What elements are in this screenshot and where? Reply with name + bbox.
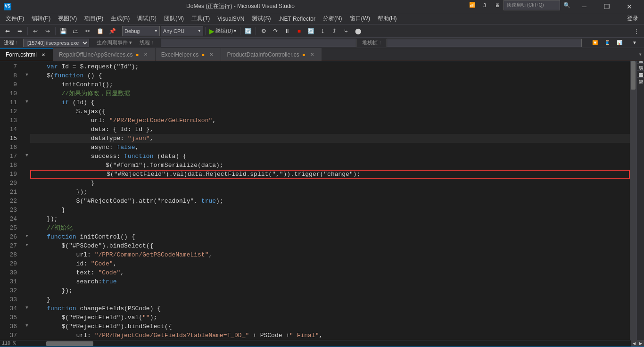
code-line-33[interactable]: } [30, 295, 630, 304]
scrollbar[interactable] [630, 61, 636, 340]
tab-close-form[interactable]: ✕ [40, 51, 47, 58]
code-content[interactable]: var Id = $.request("Id"); $(function () … [30, 61, 630, 340]
menu-team[interactable]: 团队(M) [160, 13, 188, 25]
menu-debug[interactable]: 调试(D) [133, 13, 160, 25]
quick-launch[interactable]: 快速启动 (Ctrl+Q) [504, 0, 560, 10]
code-line-25[interactable]: //初始化 [30, 223, 630, 232]
step-over-btn[interactable]: ↷ [270, 26, 281, 36]
code-line-24[interactable]: }); [30, 215, 630, 223]
step-into-btn[interactable]: ⤵ [317, 26, 328, 36]
code-line-37[interactable]: url: "/PR/RejectCode/GetFields?tableName… [30, 331, 630, 340]
code-line-30[interactable]: text: "Code", [30, 268, 630, 277]
code-line-36[interactable]: $("#RejectField").bindSelect({ [30, 322, 630, 331]
notification-badge[interactable]: 3 [479, 0, 490, 10]
menu-project[interactable]: 项目(P) [81, 13, 107, 25]
undo-btn[interactable]: ↩ [30, 26, 41, 36]
more-btn[interactable]: ⋮ [631, 26, 642, 36]
step-out-btn[interactable]: ⤴ [329, 26, 340, 36]
fold-btn-26[interactable]: ▼ [24, 231, 30, 240]
back-btn[interactable]: ⬅ [2, 26, 13, 36]
tabs-scroll[interactable]: ▾ [636, 48, 644, 61]
copy-btn[interactable]: 📋 [94, 26, 106, 36]
scroll-right-btn[interactable]: ▶ [637, 340, 644, 347]
menu-test[interactable]: 测试(S) [248, 13, 274, 25]
code-line-17[interactable]: success: function (data) { [30, 152, 630, 161]
minimize-button[interactable]: ─ [573, 0, 595, 13]
refresh-btn[interactable]: 🔄 [242, 26, 254, 36]
expand-btn[interactable]: ▼ [629, 38, 640, 48]
menu-window[interactable]: 窗口(W) [346, 13, 374, 25]
fold-btn-27[interactable]: ▼ [24, 240, 30, 249]
menu-help[interactable]: 帮助(H) [374, 13, 401, 25]
code-line-9[interactable]: initControl(); [30, 80, 630, 89]
login-link[interactable]: 登录 [623, 14, 642, 24]
restore-button[interactable]: ❐ [596, 0, 618, 13]
code-line-31[interactable]: search:true [30, 277, 630, 286]
code-line-28[interactable]: url: "/PPR/Common/GetPSCodeNameList", [30, 250, 630, 259]
code-line-16[interactable]: async: false, [30, 143, 630, 152]
code-line-21[interactable]: }); [30, 188, 630, 197]
menu-analyze[interactable]: 分析(N) [319, 13, 346, 25]
notification-icon[interactable]: 📶 [467, 0, 478, 10]
menu-view[interactable]: 视图(V) [54, 13, 81, 25]
menu-edit[interactable]: 编辑(E) [28, 13, 54, 25]
side-label-debug[interactable]: 调试 [637, 84, 644, 90]
monitor-icon[interactable]: 🖥 [491, 0, 503, 10]
code-line-8[interactable]: $(function () { [30, 71, 630, 80]
code-line-22[interactable]: $("#RejectCode").attr("readonly", true); [30, 197, 630, 206]
platform-dropdown[interactable]: Any CPU ▾ [161, 26, 203, 36]
code-line-27[interactable]: $("#PSCode").bindSelect({ [30, 241, 630, 250]
tab-form-cshtml[interactable]: Form.cshtml ✕ [0, 48, 53, 61]
code-line-10[interactable]: //如果为修改，回显数据 [30, 89, 630, 98]
save-btn[interactable]: 💾 [58, 26, 69, 36]
continue-btn[interactable]: ▶ 继续(D) ▾ [207, 27, 238, 35]
stop-btn[interactable]: ■ [293, 26, 305, 36]
fold-btn-8[interactable]: ▼ [24, 70, 30, 79]
code-line-34[interactable]: function changeFields(PSCode) { [30, 304, 630, 313]
forward-btn[interactable]: ➡ [14, 26, 25, 36]
code-line-20[interactable]: } [30, 179, 630, 188]
code-line-26[interactable]: function initControl() { [30, 232, 630, 241]
code-line-7[interactable]: var Id = $.request("Id"); [30, 62, 630, 71]
save-all-btn[interactable]: 🗃 [70, 26, 81, 36]
breakpoint-btn[interactable]: ⬤ [352, 26, 363, 36]
stack-icon[interactable]: 📊 [614, 38, 625, 48]
side-label-output[interactable]: 输出 [637, 70, 644, 76]
code-line-11[interactable]: if (Id) { [30, 98, 630, 107]
h-scroll-thumb[interactable] [46, 341, 93, 346]
code-line-15[interactable]: dataType: "json", [30, 134, 630, 143]
process-select[interactable]: [15740] iisexpress.exe [23, 39, 89, 47]
code-line-12[interactable]: $.ajax({ [30, 107, 630, 116]
pause-btn[interactable]: ⏸ [281, 26, 293, 36]
debug-settings-btn[interactable]: ⚙ [258, 26, 269, 36]
tab-close-excel[interactable]: ✕ [207, 51, 215, 58]
cut-btn[interactable]: ✂ [82, 26, 93, 36]
code-line-29[interactable]: id: "Code", [30, 259, 630, 268]
code-line-32[interactable]: }); [30, 286, 630, 295]
restart-btn[interactable]: 🔄 [305, 26, 316, 36]
close-button[interactable]: ✕ [619, 0, 640, 13]
fold-btn-34[interactable]: ▼ [24, 303, 30, 312]
menu-visualsvn[interactable]: VisualSVN [214, 13, 248, 25]
menu-reflector[interactable]: .NET Reflector [274, 13, 319, 25]
stack-input[interactable] [387, 39, 582, 47]
step-over2-btn[interactable]: ⤷ [340, 26, 352, 36]
code-line-13[interactable]: url: "/PR/RejectCode/GetFormJson", [30, 116, 630, 125]
menu-build[interactable]: 生成(B) [107, 13, 133, 25]
thread-icon[interactable]: 🧵 [602, 38, 613, 48]
tab-repair[interactable]: RepairOffLineAppServices.cs ● ✕ [53, 48, 156, 61]
thread-input[interactable] [161, 39, 356, 47]
fold-btn-17[interactable]: ▼ [24, 151, 30, 160]
scroll-left-btn[interactable]: ◀ [631, 340, 637, 347]
menu-tools[interactable]: 工具(T) [188, 13, 214, 25]
code-line-18[interactable]: $("#form1").formSerialize(data); [30, 161, 630, 170]
tab-excel[interactable]: ExcelHelper.cs ● ✕ [156, 48, 222, 61]
code-line-19[interactable]: $("#RejectField").val(data.RejectField.s… [30, 170, 630, 179]
paste-btn[interactable]: 📌 [107, 26, 118, 36]
filter-icon[interactable]: 🔽 [589, 38, 601, 48]
fold-btn-11[interactable]: ▼ [24, 97, 30, 106]
side-label-errors[interactable]: 错误列表 [637, 63, 644, 69]
config-dropdown[interactable]: Debug ▾ [122, 26, 160, 36]
tab-product[interactable]: ProductDataInfoController.cs ● ✕ [221, 48, 322, 61]
tab-close-repair[interactable]: ✕ [142, 51, 149, 58]
